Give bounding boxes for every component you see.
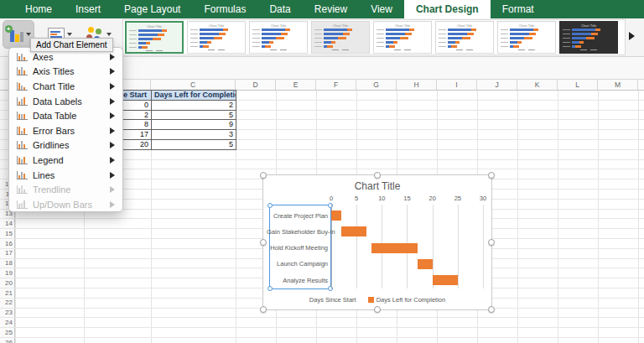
gantt-bar[interactable] [433, 275, 458, 285]
thumbnail-legend [252, 49, 304, 50]
row-number-14[interactable]: 14 [0, 220, 13, 227]
thumbnail-label-dash [252, 38, 260, 39]
column-header-G[interactable]: G [356, 80, 397, 90]
ribbon-tab-chart-design[interactable]: Chart Design [404, 0, 491, 18]
row-number-17[interactable]: 17 [0, 249, 13, 257]
gantt-bar[interactable] [418, 259, 433, 269]
chart-selection-handle[interactable] [260, 239, 267, 246]
ribbon-tab-home[interactable]: Home [13, 0, 64, 18]
row-number-22[interactable]: 22 [0, 299, 13, 306]
ribbon-tab-data[interactable]: Data [257, 0, 302, 18]
chart-selection-handle[interactable] [260, 306, 267, 313]
selection-handle[interactable] [328, 203, 333, 208]
menu-item-data-labels[interactable]: Data Labels [9, 94, 122, 109]
ribbon-tab-formulas[interactable]: Formulas [192, 0, 257, 18]
chart-selection-handle[interactable] [260, 172, 267, 179]
thumbnail-blue-bar [386, 41, 393, 44]
row-number-23[interactable]: 23 [0, 309, 13, 316]
row-number-20[interactable]: 20 [0, 279, 13, 287]
menu-item-legend[interactable]: Legend [9, 153, 122, 168]
thumbnail-bar-row [439, 44, 491, 49]
column-header-F[interactable]: F [316, 80, 356, 90]
column-header-M[interactable]: M [598, 80, 638, 90]
ribbon-tab-view[interactable]: View [359, 0, 404, 18]
thumbnail-bar-row [252, 44, 304, 49]
menu-item-axis-titles[interactable]: Axis Titles [9, 65, 122, 80]
column-header-H[interactable]: H [397, 80, 437, 90]
column-header-C[interactable]: C [151, 80, 236, 90]
chart-style-thumbnail-4[interactable]: Chart Title [311, 21, 370, 54]
gantt-bar[interactable] [371, 243, 417, 253]
category-label[interactable]: Create Project Plan [267, 212, 328, 220]
thumbnail-orange-bar [595, 29, 600, 31]
chart-selection-handle[interactable] [374, 172, 381, 179]
ribbon-tab-format[interactable]: Format [491, 0, 546, 18]
category-label[interactable]: Gain Stakeholder Buy-In [267, 228, 328, 236]
ribbon-tab-review[interactable]: Review [303, 0, 359, 18]
thumbnail-orange-bar [409, 29, 414, 31]
menu-item-error-bars[interactable]: Error Bars [9, 123, 122, 138]
row-number-21[interactable]: 21 [0, 289, 13, 297]
thumbnail-blue-bar [200, 37, 214, 39]
column-header-E[interactable]: E [276, 80, 316, 90]
axes-icon [17, 53, 28, 61]
chart-selection-handle[interactable] [374, 306, 381, 313]
gantt-chart[interactable]: Chart Title Days Since Start Days Left f… [262, 174, 492, 310]
category-label[interactable]: Analyze Results [267, 277, 328, 284]
chart-gridline [458, 205, 459, 288]
chart-style-thumbnail-1[interactable]: Chart Title [125, 21, 184, 54]
row-number-15[interactable]: 15 [0, 230, 13, 237]
category-label[interactable]: Launch Campaign [267, 260, 328, 268]
row-number-18[interactable]: 18 [0, 259, 13, 267]
menu-item-data-table[interactable]: Data Table [9, 108, 122, 123]
menu-item-gridlines[interactable]: Gridlines [9, 138, 122, 153]
table-data-cell[interactable]: 5 [151, 139, 236, 150]
row-number-19[interactable]: 19 [0, 269, 13, 277]
thumbnail-blue-bar [324, 33, 343, 35]
row-number-24[interactable]: 24 [0, 319, 13, 326]
gallery-more-icon[interactable] [629, 32, 635, 40]
chart-style-thumbnail-8[interactable]: Chart Title [559, 21, 618, 54]
chart-style-thumbnail-6[interactable]: Chart Title [435, 21, 494, 54]
column-header-K[interactable]: K [517, 80, 558, 90]
row-number-25[interactable]: 25 [0, 329, 13, 336]
legend-item-days-since-start[interactable]: Days Since Start [309, 296, 356, 304]
row-number-16[interactable]: 16 [0, 240, 13, 247]
thumbnail-label-dash [501, 46, 508, 47]
chart-selection-handle[interactable] [488, 239, 495, 246]
column-header-L[interactable]: L [558, 80, 598, 90]
column-header-D[interactable]: D [236, 80, 276, 90]
menu-item-chart-title[interactable]: Chart Title [9, 79, 122, 94]
column-header-I[interactable]: I [437, 80, 477, 90]
thumbnail-legend-dash [208, 49, 215, 50]
selection-handle[interactable] [267, 286, 273, 291]
chart-legend[interactable]: Days Since Start Days Left for Completio… [263, 296, 491, 304]
gantt-bar[interactable] [341, 226, 366, 236]
thumbnail-blue-bar [572, 41, 579, 44]
gantt-bar[interactable] [331, 210, 341, 221]
chart-selection-handle[interactable] [488, 172, 495, 179]
menu-item-lines[interactable]: Lines [9, 168, 122, 183]
chart-style-thumbnail-3[interactable]: Chart Title [249, 21, 308, 54]
chart-style-thumbnail-2[interactable]: Chart Title [187, 21, 246, 54]
chart-selection-handle[interactable] [488, 306, 495, 313]
submenu-arrow-icon [110, 127, 115, 134]
chart-style-thumbnail-7[interactable]: Chart Title [497, 21, 556, 54]
chart-style-thumbnail-5[interactable]: Chart Title [373, 21, 432, 54]
thumbnail-legend [129, 50, 179, 51]
thumbnail-legend-dash [394, 49, 401, 50]
selection-handle[interactable] [267, 203, 273, 208]
selection-handle[interactable] [328, 286, 333, 291]
thumbnail-orange-bar [331, 41, 335, 44]
row-number-26[interactable]: 26 [0, 339, 13, 343]
column-header-N[interactable]: N [638, 80, 644, 90]
chart-title[interactable]: Chart Title [263, 180, 491, 192]
ribbon-tab-insert[interactable]: Insert [64, 0, 112, 18]
ribbon-tab-page-layout[interactable]: Page Layout [112, 0, 192, 18]
thumbnail-label-dash [377, 46, 384, 47]
category-label[interactable]: Hold Kickoff Meeting [267, 244, 328, 252]
column-header-J[interactable]: J [477, 80, 517, 90]
thumbnail-label-dash [252, 42, 260, 43]
thumbnail-blue-bar [200, 41, 207, 44]
legend-item-days-left[interactable]: Days Left for Completion [368, 296, 446, 304]
